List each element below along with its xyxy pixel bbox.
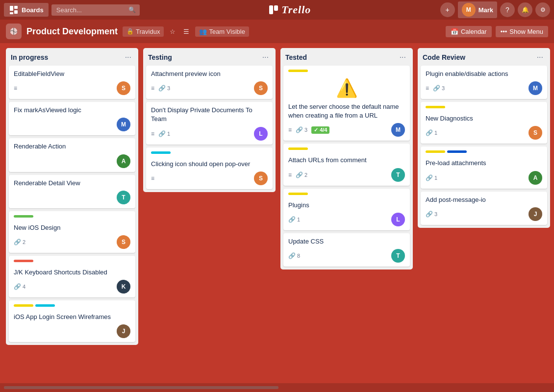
notification-button[interactable]: 🔔	[518, 2, 532, 17]
card-avatar: J	[117, 324, 130, 338]
attachment-count: 2	[304, 172, 307, 178]
card-title: EditableFieldView	[14, 70, 130, 78]
scrollbar-track[interactable]	[4, 386, 278, 389]
show-menu-button[interactable]: ••• Show Menu	[496, 26, 548, 37]
paperclip-icon: 🔗	[426, 174, 433, 181]
visibility-button[interactable]: 👥 Team Visible	[195, 26, 249, 37]
star-button[interactable]: ☆	[168, 26, 177, 37]
avatar-initials: M	[462, 3, 476, 17]
attachment-badge: 🔗2	[14, 239, 25, 245]
card-label-bar	[426, 106, 445, 108]
card-labels	[426, 150, 542, 156]
help-icon: ?	[505, 6, 509, 14]
avatar-initials: S	[254, 172, 268, 185]
card-avatar: T	[391, 249, 405, 263]
calendar-button[interactable]: 📅 Calendar	[446, 26, 492, 37]
card[interactable]: Don't Display Private Documents To Team≡…	[146, 102, 273, 144]
card[interactable]: J/K Keyboard Shortcuts Disabled🔗4 K	[9, 256, 135, 297]
card[interactable]: ⚠️Let the server choose the default name…	[283, 66, 410, 141]
card[interactable]: Clicking icon should open pop-over≡ S	[146, 147, 273, 189]
svg-rect-1	[14, 6, 18, 9]
card[interactable]: Attach URLs from comment≡🔗2 T	[283, 144, 410, 185]
search-input[interactable]	[51, 4, 140, 16]
card[interactable]: New Diagnostics🔗1 S	[421, 102, 547, 144]
attachment-count: 3	[304, 127, 307, 133]
attachment-badge: 🔗1	[288, 216, 300, 223]
top-nav: Boards 🔍 Trello + M Mark ? 🔔 ⚙	[0, 0, 554, 20]
list-menu-button[interactable]: ···	[398, 52, 408, 63]
check-icon: ✓	[314, 127, 318, 133]
card-footer: T	[14, 191, 130, 204]
description-badge: ≡	[14, 85, 17, 92]
board-logo-icon	[9, 27, 18, 36]
card-badges: ≡	[151, 175, 154, 182]
workspace-label: Travidux	[136, 28, 160, 35]
description-badge: ≡	[426, 85, 429, 92]
card-avatar: A	[529, 171, 542, 185]
attachment-count: 3	[167, 85, 170, 91]
attachment-badge: 🔗2	[296, 172, 307, 178]
card-badges: ≡🔗2	[288, 172, 307, 178]
card-footer: ≡🔗3✓4/4 M	[288, 123, 405, 137]
list-in-progress: In progress ··· EditableFieldView≡ S Fix…	[6, 48, 138, 345]
card[interactable]: Plugins🔗1 L	[283, 189, 410, 230]
settings-button[interactable]: ⚙	[535, 2, 550, 17]
card-avatar: L	[391, 213, 405, 226]
avatar-initials: A	[117, 154, 130, 168]
attachment-count: 3	[442, 85, 445, 91]
card[interactable]: Renderable Detail View T	[9, 175, 135, 208]
add-button[interactable]: +	[440, 2, 455, 17]
card-title: Update CSS	[288, 237, 405, 246]
desc-icon: ≡	[288, 126, 292, 133]
card[interactable]: Fix markAsViewed logic M	[9, 102, 135, 135]
list-menu-button[interactable]: ···	[123, 52, 133, 63]
help-button[interactable]: ?	[500, 2, 515, 17]
card-badges: 🔗8	[288, 252, 300, 259]
workspace-button[interactable]: 🔒 Travidux	[123, 26, 164, 37]
board-header-right: 📅 Calendar ••• Show Menu	[446, 26, 548, 37]
list-menu-button[interactable]: ···	[260, 52, 271, 63]
card-label-bar	[14, 304, 33, 307]
list-title: Testing	[148, 53, 172, 61]
card-labels	[14, 215, 130, 220]
avatar-initials: M	[391, 123, 405, 137]
card-footer: A	[14, 154, 130, 168]
card-label-bar	[35, 304, 55, 307]
avatar-initials: S	[254, 81, 268, 95]
card[interactable]: Add post-message-io🔗3 J	[421, 192, 547, 225]
avatar-initials: M	[529, 81, 542, 95]
card-title: Fix markAsViewed logic	[14, 106, 130, 115]
card[interactable]: Attachment preview icon≡🔗3 S	[146, 66, 273, 99]
card[interactable]: New iOS Design🔗2 S	[9, 211, 135, 253]
user-menu-button[interactable]: M Mark	[458, 1, 497, 18]
scrollbar-thumb[interactable]	[4, 386, 278, 389]
card-title: Let the server choose the default name w…	[288, 102, 405, 120]
card-avatar: T	[391, 168, 405, 182]
card-footer: 🔗1 S	[426, 126, 542, 140]
logo-text: Trello	[281, 3, 311, 16]
desc-icon: ≡	[151, 85, 154, 92]
card[interactable]: Renderable Action A	[9, 138, 135, 172]
avatar-initials: T	[391, 168, 405, 182]
paperclip-icon: 🔗	[296, 126, 303, 133]
board-header: Product Development 🔒 Travidux ☆ ☰ 👥 Tea…	[0, 20, 554, 43]
nav-right: + M Mark ? 🔔 ⚙	[440, 1, 550, 18]
description-badge: ≡	[288, 172, 292, 178]
nav-logo: Trello	[143, 3, 437, 16]
card-badges: 🔗3	[426, 211, 437, 218]
attachment-count: 8	[297, 253, 300, 259]
star-icon: ☆	[170, 28, 176, 35]
avatar-initials: A	[529, 171, 542, 185]
card-badges: ≡🔗3	[426, 85, 445, 92]
boards-button[interactable]: Boards	[4, 3, 49, 17]
card-footer: ≡🔗1 L	[151, 127, 268, 141]
card[interactable]: Plugin enable/disable actions≡🔗3 M	[421, 66, 547, 99]
card[interactable]: EditableFieldView≡ S	[9, 66, 135, 99]
filter-button[interactable]: ☰	[181, 26, 191, 37]
card[interactable]: iOS App Login Screen Wireframes J	[9, 300, 135, 342]
card-label-bar	[426, 150, 445, 153]
card[interactable]: Update CSS🔗8 T	[283, 233, 410, 267]
list-menu-button[interactable]: ···	[535, 52, 545, 63]
paperclip-icon: 🔗	[14, 283, 21, 290]
card[interactable]: Pre-load attachments🔗1 A	[421, 147, 547, 188]
